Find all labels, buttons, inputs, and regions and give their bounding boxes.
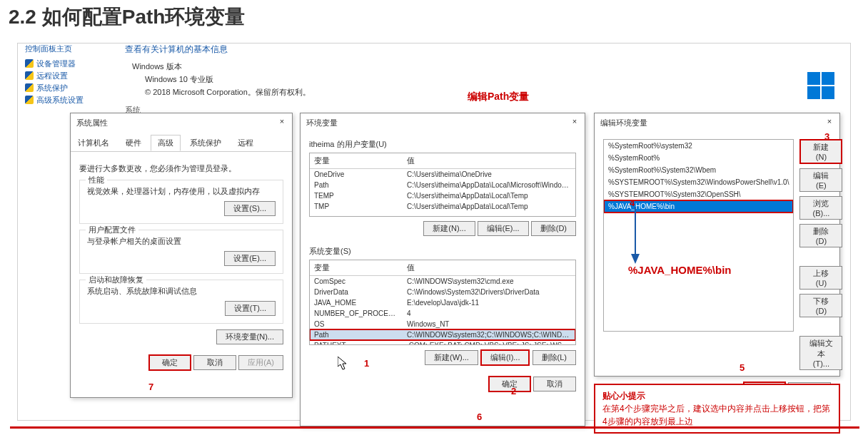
list-item[interactable]: %SystemRoot%\system32 (604, 140, 793, 152)
perf-desc: 视觉效果，处理器计划，内存使用，以及虚拟内存 (87, 186, 276, 197)
nav-remote[interactable]: 远程设置 (25, 71, 96, 81)
page-title: 2.2 如何配置Path环境变量 (0, 0, 868, 38)
tip-line-1: 在第4个步骤完毕之后，建议选中内容并点击上移按钮，把第 (602, 402, 832, 415)
list-item[interactable]: %SYSTEMROOT%\System32\WindowsPowerShell\… (604, 176, 793, 188)
titlebar: 系统属性× (71, 113, 292, 132)
move-up-button[interactable]: 上移(U) (799, 266, 842, 290)
user-new-button[interactable]: 新建(N)... (423, 221, 475, 236)
ok-button[interactable]: 确定 (488, 376, 531, 392)
tabs: 计算机名 硬件 高级 系统保护 远程 (71, 132, 292, 152)
cancel-button[interactable]: 取消 (193, 355, 236, 370)
edit-button[interactable]: 编辑(E) (799, 168, 842, 192)
step-2: 2 (511, 386, 516, 396)
step-3: 3 (824, 131, 829, 142)
nav-device-manager[interactable]: 设备管理器 (25, 58, 96, 69)
list-item[interactable]: %SystemRoot%\System32\Wbem (604, 164, 793, 176)
perf-settings-button[interactable]: 设置(S)... (224, 201, 276, 216)
sys-delete-button[interactable]: 删除(L) (533, 350, 576, 365)
shield-icon (25, 83, 34, 92)
new-button[interactable]: 新建(N) (799, 139, 842, 164)
env-vars-button[interactable]: 环境变量(N)... (216, 329, 283, 344)
close-icon[interactable]: × (824, 116, 835, 128)
windows-logo-icon (807, 72, 836, 101)
step-1: 1 (364, 358, 369, 369)
titlebar: 环境变量× (301, 113, 585, 132)
startup-desc: 系统启动、系统故障和调试信息 (87, 286, 276, 297)
apply-button[interactable]: 应用(A) (238, 355, 283, 370)
tab-remote[interactable]: 远程 (231, 135, 261, 151)
move-down-button[interactable]: 下移(D) (799, 294, 842, 317)
nav-header: 控制面板主页 (25, 44, 96, 54)
tab-hardware[interactable]: 硬件 (118, 135, 148, 151)
nav-protection[interactable]: 系统保护 (25, 83, 96, 93)
edition-value: Windows 10 专业版 (145, 74, 311, 85)
edit-text-button[interactable]: 编辑文本(T)... (799, 336, 842, 370)
bottom-rule (10, 426, 859, 429)
ok-button[interactable]: 确定 (148, 354, 191, 371)
copyright: © 2018 Microsoft Corporation。保留所有权利。 (145, 87, 311, 98)
tab-computer-name[interactable]: 计算机名 (71, 135, 116, 151)
tip-title: 贴心小提示 (602, 389, 832, 402)
sys-vars-table[interactable]: 变量值 ComSpecC:\WINDOWS\system32\cmd.exe D… (309, 260, 576, 345)
delete-button[interactable]: 删除(D) (799, 224, 842, 247)
list-item[interactable]: %SystemRoot% (604, 152, 793, 164)
java-home-callout: %JAVA_HOME%\bin (628, 264, 731, 276)
sysinfo-title: 查看有关计算机的基本信息 (125, 44, 311, 56)
admin-note: 要进行大多数更改，您必须作为管理员登录。 (79, 163, 283, 174)
close-icon[interactable]: × (569, 116, 580, 128)
profiles-settings-button[interactable]: 设置(E)... (224, 251, 276, 266)
profiles-group: 用户配置文件 与登录帐户相关的桌面设置 设置(E)... (79, 230, 283, 274)
cancel-button[interactable]: 取消 (533, 377, 576, 392)
step-5: 5 (740, 362, 745, 373)
step-6: 6 (477, 411, 482, 422)
browse-button[interactable]: 浏览(B)... (799, 196, 842, 220)
red-heading: 编辑Path变量 (468, 91, 529, 103)
sys-edit-button[interactable]: 编辑(I)... (480, 349, 530, 366)
arrow-down-icon (628, 207, 642, 264)
sys-new-button[interactable]: 新建(W)... (425, 350, 478, 365)
shield-icon (25, 96, 34, 104)
user-edit-button[interactable]: 编辑(E)... (478, 221, 529, 236)
user-delete-button[interactable]: 删除(D) (531, 221, 576, 236)
shield-icon (25, 71, 34, 80)
svg-marker-1 (631, 254, 640, 264)
left-nav: 控制面板主页 设备管理器 远程设置 系统保护 高级系统设置 (25, 44, 96, 107)
nav-advanced[interactable]: 高级系统设置 (25, 95, 96, 106)
profiles-desc: 与登录帐户相关的桌面设置 (87, 236, 276, 247)
tab-advanced[interactable]: 高级 (151, 135, 181, 151)
user-vars-label: itheima 的用户变量(U) (309, 139, 576, 150)
perf-group: 性能 视觉效果，处理器计划，内存使用，以及虚拟内存 设置(S)... (79, 180, 283, 224)
shield-icon (25, 59, 34, 68)
startup-settings-button[interactable]: 设置(T)... (225, 301, 276, 316)
step-7: 7 (148, 382, 153, 392)
path-row-selected[interactable]: PathC:\WINDOWS\system32;C:\WINDOWS;C:\WI… (310, 329, 575, 340)
edition-label: Windows 版本 (132, 61, 311, 72)
sys-vars-label: 系统变量(S) (309, 246, 576, 257)
user-vars-table[interactable]: 变量值 OneDriveC:\Users\itheima\OneDrive Pa… (309, 153, 576, 217)
system-properties-dialog: 系统属性× 计算机名 硬件 高级 系统保护 远程 要进行大多数更改，您必须作为管… (70, 113, 293, 398)
close-icon[interactable]: × (276, 116, 288, 128)
titlebar: 编辑环境变量× (595, 113, 839, 132)
env-vars-dialog: 环境变量× itheima 的用户变量(U) 变量值 OneDriveC:\Us… (300, 113, 585, 426)
system-content: 查看有关计算机的基本信息 Windows 版本 Windows 10 专业版 ©… (125, 44, 311, 118)
tab-protection[interactable]: 系统保护 (183, 135, 228, 151)
startup-group: 启动和故障恢复 系统启动、系统故障和调试信息 设置(T)... (79, 280, 283, 324)
